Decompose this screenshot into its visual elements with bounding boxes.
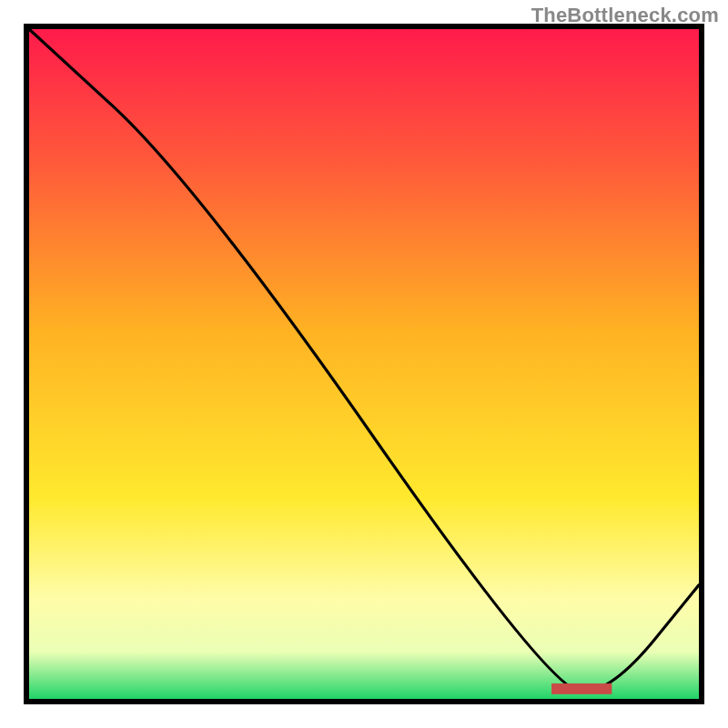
chart-svg [29,29,699,699]
plot-area [24,24,704,704]
optimal-range-marker [551,683,612,694]
chart-frame: TheBottleneck.com [0,0,728,728]
gradient-background [29,29,699,699]
